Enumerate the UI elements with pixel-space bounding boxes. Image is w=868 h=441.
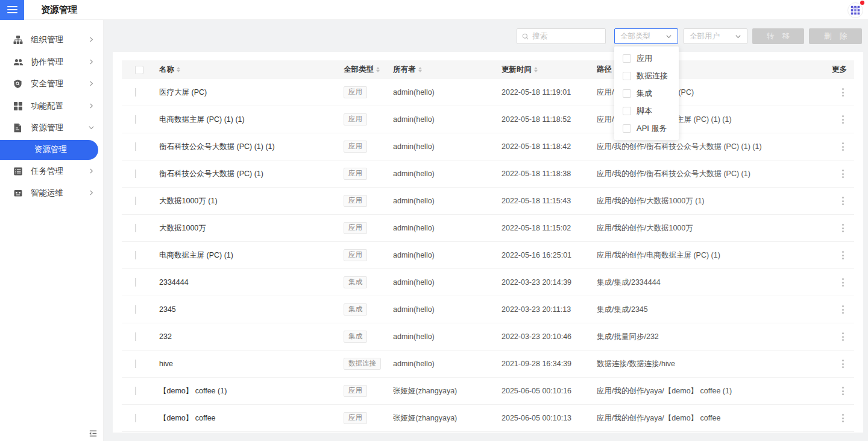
resource-owner: admin(hello)	[393, 115, 502, 124]
resource-name[interactable]: 2334444	[159, 278, 344, 287]
resource-name[interactable]: 医疗大屏 (PC)	[159, 87, 344, 98]
menu-toggle-button[interactable]	[0, 0, 24, 20]
sidebar-item-intelligent-ops[interactable]: 智能运维	[0, 182, 103, 205]
row-more-icon[interactable]	[836, 140, 849, 153]
user-filter-select[interactable]: 全部用户	[684, 28, 747, 44]
sidebar-item-org-management[interactable]: 组织管理	[0, 29, 103, 51]
row-checkbox[interactable]	[135, 197, 136, 205]
option-checkbox[interactable]	[623, 54, 631, 63]
select-all-checkbox[interactable]	[135, 66, 143, 74]
row-checkbox[interactable]	[135, 414, 136, 422]
table-row: 电商数据主屏 (PC) (1) (1)应用admin(hello)2022-05…	[122, 106, 854, 133]
type-badge: 集成	[344, 331, 367, 343]
row-checkbox[interactable]	[135, 224, 136, 232]
option-checkbox[interactable]	[623, 124, 631, 133]
column-header-type[interactable]: 全部类型	[344, 65, 393, 75]
sort-icon[interactable]	[376, 67, 380, 72]
sidebar-item-task-management[interactable]: 任务管理	[0, 160, 103, 183]
type-option[interactable]: 集成	[614, 84, 679, 102]
sidebar-item-security-management[interactable]: 安全管理	[0, 73, 103, 95]
row-more-icon[interactable]	[836, 113, 849, 126]
column-header-more: 更多	[825, 65, 849, 75]
row-more-icon[interactable]	[836, 357, 849, 370]
sidebar-subitem-resource-management-active[interactable]: 资源管理	[0, 140, 98, 160]
row-checkbox[interactable]	[135, 115, 136, 124]
row-more-icon[interactable]	[836, 86, 849, 99]
top-bar: 资源管理	[0, 0, 868, 20]
row-more-icon[interactable]	[836, 194, 849, 208]
resource-name[interactable]: 【demo】 coffee	[159, 413, 344, 424]
row-more-icon[interactable]	[836, 330, 849, 343]
row-more-icon[interactable]	[836, 167, 849, 180]
row-more-icon[interactable]	[836, 411, 849, 425]
row-more-icon[interactable]	[836, 221, 849, 235]
resource-name[interactable]: 衡石科技公众号大数据 (PC) (1)	[159, 169, 344, 179]
user-avatar[interactable]	[848, 2, 863, 18]
resource-name[interactable]: 电商数据主屏 (PC) (1)	[159, 250, 344, 261]
resource-name[interactable]: 大数据1000万	[159, 223, 344, 233]
type-option[interactable]: API 服务	[614, 119, 679, 137]
resource-owner: admin(hello)	[393, 360, 502, 368]
type-option[interactable]: 脚本	[614, 102, 679, 119]
resource-name[interactable]: hive	[159, 360, 344, 368]
type-filter-select[interactable]: 全部类型	[614, 28, 678, 44]
table-row: 【demo】 coffee (1)应用张娅娅(zhangyaya)2025-06…	[122, 378, 854, 405]
option-checkbox[interactable]	[623, 72, 631, 80]
option-checkbox[interactable]	[623, 107, 631, 115]
transfer-button[interactable]: 转 移	[752, 28, 804, 44]
sort-icon[interactable]	[534, 67, 538, 72]
table-body: 医疗大屏 (PC)应用admin(hello)2022-05-18 11:19:…	[122, 79, 854, 432]
table-row: 2334444集成admin(hello)2022-03-23 20:14:39…	[122, 269, 854, 296]
resource-name[interactable]: 衡石科技公众号大数据 (PC) (1) (1)	[159, 142, 344, 152]
resource-name[interactable]: 【demo】 coffee (1)	[159, 386, 344, 396]
row-checkbox[interactable]	[135, 360, 136, 368]
resource-name[interactable]: 大数据1000万 (1)	[159, 196, 344, 206]
type-option[interactable]: 数据连接	[614, 67, 679, 84]
table-row: 大数据1000万 (1)应用admin(hello)2022-05-18 11:…	[122, 188, 854, 215]
row-checkbox[interactable]	[135, 305, 136, 314]
sidebar-item-feature-config[interactable]: 功能配置	[0, 95, 103, 118]
type-badge: 应用	[344, 141, 367, 153]
type-option[interactable]: 应用	[614, 49, 679, 67]
column-header-owner[interactable]: 所有者	[393, 65, 502, 75]
resource-name[interactable]: 电商数据主屏 (PC) (1) (1)	[159, 115, 344, 125]
resource-name[interactable]: 232	[159, 332, 344, 341]
main-content: 全部类型 全部用户 转 移 删 除 名称 全部类型 所有者 更新时间	[104, 20, 868, 441]
row-checkbox[interactable]	[135, 332, 136, 341]
sidebar: 组织管理协作管理安全管理功能配置资源管理资源管理任务管理智能运维	[0, 20, 104, 441]
row-checkbox[interactable]	[135, 170, 136, 178]
sort-icon[interactable]	[418, 67, 422, 72]
option-label: 数据连接	[637, 71, 668, 81]
resource-updated: 2022-03-23 20:11:13	[502, 305, 597, 314]
row-checkbox[interactable]	[135, 387, 136, 395]
resource-name[interactable]: 2345	[159, 305, 344, 314]
option-checkbox[interactable]	[623, 89, 631, 98]
table-row: 衡石科技公众号大数据 (PC) (1)应用admin(hello)2022-05…	[122, 160, 854, 188]
resource-table-card: 名称 全部类型 所有者 更新时间 路径 更多 医疗大屏 (PC)应用admin(…	[113, 52, 863, 433]
type-badge: 应用	[344, 385, 367, 397]
row-checkbox[interactable]	[135, 251, 136, 259]
search-input[interactable]	[532, 32, 600, 40]
sort-icon[interactable]	[177, 67, 180, 72]
resource-path: 应用/我的创作/衡石科技公众号大数据 (PC) (1) (1)	[597, 142, 825, 152]
row-checkbox[interactable]	[135, 278, 136, 287]
column-header-updated[interactable]: 更新时间	[502, 65, 597, 75]
sidebar-item-collab-management[interactable]: 协作管理	[0, 51, 103, 74]
grid-icon	[13, 101, 24, 111]
page-title: 资源管理	[41, 4, 77, 16]
type-badge: 数据连接	[344, 358, 381, 370]
sidebar-collapse-button[interactable]	[87, 428, 98, 439]
resource-path: 集成/集成/2334444	[597, 278, 825, 288]
row-more-icon[interactable]	[836, 303, 849, 316]
row-more-icon[interactable]	[836, 276, 849, 289]
sidebar-item-resource-management[interactable]: 资源管理	[0, 117, 103, 139]
row-checkbox[interactable]	[135, 142, 136, 151]
table-row: 衡石科技公众号大数据 (PC) (1) (1)应用admin(hello)202…	[122, 133, 854, 160]
row-more-icon[interactable]	[836, 384, 849, 398]
column-header-name[interactable]: 名称	[159, 65, 344, 75]
delete-button[interactable]: 删 除	[809, 28, 862, 44]
row-checkbox[interactable]	[135, 88, 136, 97]
row-more-icon[interactable]	[836, 249, 849, 262]
resource-updated: 2025-06-05 00:10:16	[502, 387, 597, 395]
table-row: 2345集成admin(hello)2022-03-23 20:11:13集成/…	[122, 296, 854, 323]
